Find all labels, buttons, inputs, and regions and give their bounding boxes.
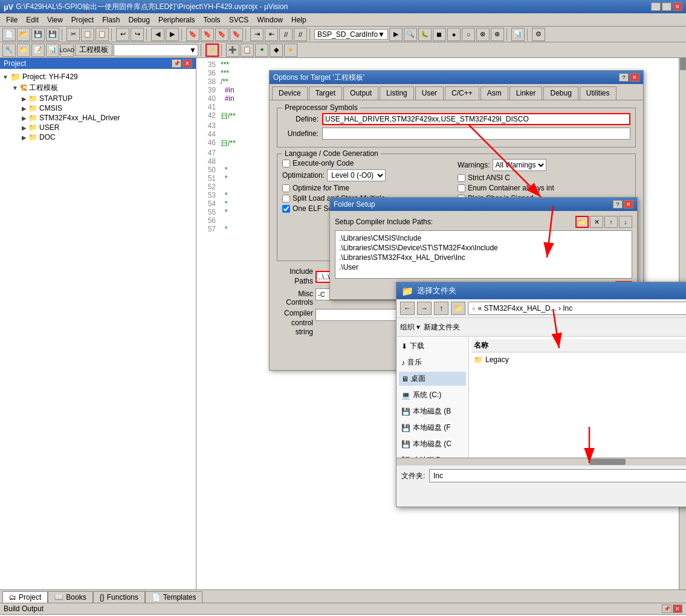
paste-btn[interactable]: 📋 — [95, 28, 109, 41]
open-btn[interactable]: 📂 — [17, 28, 30, 41]
folder-path-1[interactable]: .\Libraries\CMSIS\Include — [338, 233, 629, 243]
tree-item-user[interactable]: ▶ 📁 USER — [22, 123, 193, 132]
template-dropdown[interactable]: ▼ — [114, 44, 198, 56]
menu-view[interactable]: View — [44, 15, 66, 25]
menu-file[interactable]: File — [2, 15, 21, 25]
tree-item-startup[interactable]: ▶ 📁 STARTUP — [22, 94, 193, 103]
sidebar-desktop[interactable]: 🖥 桌面 — [399, 372, 466, 386]
tab-output[interactable]: Output — [343, 86, 378, 100]
file-item-legacy[interactable]: 📁 Legacy 2018/1/7 星期... 文件夹 — [471, 352, 686, 366]
menu-window[interactable]: Window — [253, 15, 286, 25]
tree-item-cmsis[interactable]: ▶ 📁 CMSIS — [22, 103, 193, 113]
settings-btn[interactable]: ⚙ — [532, 28, 545, 41]
tab-listing[interactable]: Listing — [380, 86, 414, 100]
add-btn[interactable]: ➕ — [226, 44, 239, 57]
panel-pin-btn[interactable]: 📌 — [172, 59, 181, 68]
build-close-btn[interactable]: ✕ — [673, 605, 682, 613]
menu-help[interactable]: Help — [288, 15, 310, 25]
one-elf-cb[interactable] — [282, 205, 290, 213]
folder-close-btn[interactable]: ✕ — [624, 200, 633, 209]
reset-btn[interactable]: ○ — [462, 28, 475, 41]
col-name[interactable]: 名称 — [474, 340, 686, 351]
define-input[interactable] — [322, 113, 630, 125]
nav-back-btn[interactable]: ◀ — [151, 28, 164, 41]
folder-help-btn[interactable]: ? — [613, 200, 623, 209]
warnings-select[interactable]: All Warnings — [493, 159, 546, 171]
bsp-sdcard-dropdown[interactable]: BSP_SD_CardInfo ▼ — [314, 29, 388, 40]
toolbar2-btn2[interactable]: 📁 — [17, 44, 30, 57]
debug-btn[interactable]: 🐛 — [418, 28, 432, 41]
menu-flash[interactable]: Flash — [99, 15, 123, 25]
stop-btn[interactable]: ⏹ — [433, 28, 446, 41]
batch-btn[interactable]: 📋 — [241, 44, 254, 57]
file-hscrollbar[interactable] — [396, 458, 686, 465]
sidebar-disk-f[interactable]: 💾 本地磁盘 (F — [399, 421, 466, 435]
clear-btn[interactable]: ⊗ — [476, 28, 490, 41]
hscrollbar-thumb[interactable] — [589, 459, 626, 465]
file-new-folder-btn[interactable]: 新建文件夹 — [424, 322, 460, 332]
bookmark3-btn[interactable]: 🔖 — [215, 28, 228, 41]
redo-btn[interactable]: ↪ — [131, 28, 144, 41]
load-btn[interactable]: LOAD — [60, 44, 74, 57]
sidebar-music[interactable]: ♪ 音乐 — [399, 355, 466, 369]
bookmark4-btn[interactable]: 🔖 — [230, 28, 243, 41]
file-folder-home-btn[interactable]: 📁 — [451, 302, 465, 315]
strict-ansi-cb[interactable] — [458, 174, 465, 182]
undo-btn[interactable]: ↩ — [116, 28, 129, 41]
indent-btn[interactable]: ⇥ — [250, 28, 264, 41]
sidebar-system-c[interactable]: 💻 系统 (C:) — [399, 388, 466, 402]
star-btn[interactable]: ★ — [284, 44, 297, 57]
options-help-btn[interactable]: ? — [619, 73, 629, 82]
tab-user[interactable]: User — [415, 86, 444, 100]
tab-books[interactable]: 📖 Books — [48, 591, 92, 603]
sidebar-download[interactable]: ⬇ 下载 — [399, 339, 466, 353]
bookmark-btn[interactable]: 🔖 — [186, 28, 199, 41]
build-pin-btn[interactable]: 📌 — [662, 605, 671, 613]
tab-templates[interactable]: 📄 Templates — [145, 591, 203, 603]
scrollbar-thumb[interactable] — [680, 58, 686, 70]
folder-list-box[interactable]: .\Libraries\CMSIS\Include .\Libraries\CM… — [335, 230, 632, 279]
split-load-cb[interactable] — [282, 195, 290, 203]
run-btn[interactable]: ● — [447, 28, 461, 41]
minimize-button[interactable]: _ — [651, 2, 661, 11]
file-path-bar[interactable]: « « STM32F4xx_HAL_D... › Inc ▼ — [468, 302, 686, 315]
file-back-btn[interactable]: ← — [400, 302, 415, 315]
undefine-input[interactable] — [322, 128, 630, 140]
folder-del-btn[interactable]: ✕ — [590, 216, 603, 228]
nav-fwd-btn[interactable]: ▶ — [166, 28, 179, 41]
file-organize-btn[interactable]: 组织 ▾ — [400, 322, 420, 332]
options-close-btn[interactable]: ✕ — [630, 73, 639, 82]
enum-cb[interactable] — [458, 184, 465, 192]
sidebar-disk-more[interactable]: 💾 本地磁盘... — [399, 453, 466, 458]
diamond-btn[interactable]: ◆ — [270, 44, 283, 57]
folder-path-3[interactable]: .\Libraries\STM32F4xx_HAL_Driver\Inc — [338, 253, 629, 262]
execute-only-cb[interactable] — [282, 160, 290, 167]
rebuild-btn[interactable]: ⊕ — [491, 28, 504, 41]
folder-path-4[interactable]: .\User — [338, 262, 629, 272]
folder-up-btn[interactable]: ↑ — [604, 216, 618, 228]
green-btn[interactable]: ✦ — [255, 44, 268, 57]
folder-add-btn[interactable]: 📁 — [575, 216, 589, 228]
tree-item-doc[interactable]: ▶ 📁 DOC — [22, 132, 193, 142]
toolbar2-btn1[interactable]: 🔧 — [2, 44, 16, 57]
tab-target[interactable]: Target — [309, 86, 342, 100]
new-file-btn[interactable]: 📄 — [2, 28, 16, 41]
folder-down-btn[interactable]: ↓ — [619, 216, 632, 228]
filename-input[interactable] — [429, 469, 686, 482]
tree-root[interactable]: ▼ 📁 Project: YH-F429 — [2, 71, 193, 82]
go-btn[interactable]: ▶ — [389, 28, 403, 41]
tab-cpp[interactable]: C/C++ — [445, 86, 479, 100]
tab-utilities[interactable]: Utilities — [580, 86, 616, 100]
cut-btn[interactable]: ✂ — [66, 28, 80, 41]
comment-btn[interactable]: // — [279, 28, 293, 41]
menu-project[interactable]: Project — [68, 15, 97, 25]
tree-item-template[interactable]: ▼ 🏗 工程模板 — [12, 82, 193, 94]
setup-btn[interactable]: 📊 — [511, 28, 525, 41]
panel-close-btn[interactable]: ✕ — [183, 59, 192, 68]
save-btn[interactable]: 💾 — [31, 28, 45, 41]
menu-edit[interactable]: Edit — [22, 15, 42, 25]
search-btn[interactable]: 🔍 — [404, 28, 417, 41]
toolbar2-btn4[interactable]: 📊 — [46, 44, 59, 57]
toolbar2-btn3[interactable]: 📝 — [31, 44, 45, 57]
optimize-time-cb[interactable] — [282, 184, 290, 192]
